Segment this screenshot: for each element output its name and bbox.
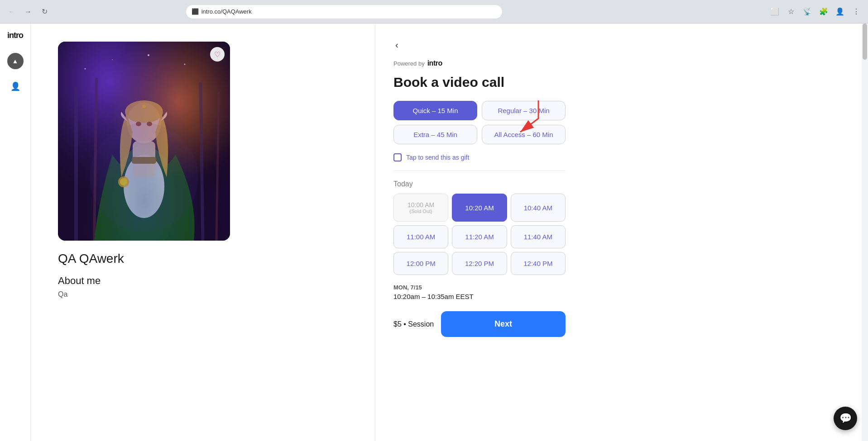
svg-line-4	[94, 78, 96, 241]
svg-point-16	[125, 100, 163, 123]
favicon-icon: ⬛	[192, 8, 199, 15]
selected-date: MON, 7/15	[393, 284, 850, 291]
duration-regular-30[interactable]: Regular – 30 Min	[482, 101, 566, 120]
gift-row: Tap to send this as gift	[393, 153, 850, 161]
svg-line-5	[201, 82, 203, 241]
sidebar-avatar[interactable]: ▲	[7, 53, 24, 69]
divider	[393, 171, 566, 171]
favorite-button[interactable]: ♡	[210, 47, 225, 62]
duration-extra-45[interactable]: Extra – 45 Min	[393, 125, 477, 144]
svg-point-13	[124, 155, 164, 218]
url-text: intro.co/QAQAwerk	[201, 8, 252, 15]
powered-by: Powered by intro	[393, 59, 850, 67]
time-slot-1220[interactable]: 12:20 PM	[452, 252, 507, 275]
bottom-bar: $5 • Session Next	[393, 311, 566, 337]
gift-label: Tap to send this as gift	[406, 154, 469, 161]
selected-time-info: MON, 7/15 10:20am – 10:35am EEST	[393, 284, 850, 300]
book-title: Book a video call	[393, 75, 850, 90]
scroll-thumb[interactable]	[863, 24, 867, 60]
profile-section: ♡ QA QAwerk About me Qa	[31, 24, 375, 441]
time-slot-1100[interactable]: 11:00 AM	[393, 225, 448, 248]
time-slot-1120[interactable]: 11:20 AM	[452, 225, 507, 248]
menu-icon[interactable]: ⋮	[850, 5, 863, 18]
profile-image-wrapper: ♡	[58, 42, 230, 241]
chat-widget-button[interactable]: 💬	[834, 407, 857, 430]
svg-point-7	[85, 68, 86, 70]
svg-point-12	[112, 146, 176, 241]
svg-point-18	[147, 122, 152, 126]
powered-by-logo: intro	[427, 59, 442, 67]
svg-rect-14	[133, 141, 155, 177]
time-slot-1040[interactable]: 10:40 AM	[511, 194, 566, 222]
profile-image	[58, 42, 230, 241]
time-slot-1020[interactable]: 10:20 AM	[452, 194, 507, 222]
svg-rect-2	[58, 42, 230, 241]
reload-button[interactable]: ↻	[38, 5, 51, 18]
profile-name: QA QAwerk	[58, 251, 124, 266]
cast-icon[interactable]: 📡	[801, 5, 814, 18]
sidebar: intro ▲ 👤	[0, 24, 31, 441]
selected-time-range: 10:20am – 10:35am EEST	[393, 293, 850, 300]
svg-point-22	[120, 178, 127, 185]
booking-panel: ‹ Powered by intro Book a video call Qui…	[375, 24, 868, 441]
svg-point-9	[148, 54, 149, 56]
svg-point-8	[112, 59, 113, 60]
powered-by-text: Powered by	[393, 60, 425, 67]
scroll-track	[862, 24, 868, 441]
gift-checkbox[interactable]	[393, 153, 402, 161]
svg-point-17	[136, 122, 141, 126]
content-area: ♡ QA QAwerk About me Qa ‹ Powered by int…	[31, 24, 868, 441]
browser-chrome: ← → ↻ ⬛ intro.co/QAQAwerk ⬜ ☆ 📡 🧩 👤 ⋮	[0, 0, 868, 24]
duration-grid: Quick – 15 Min Regular – 30 Min Extra – …	[393, 101, 566, 144]
svg-point-15	[127, 103, 161, 143]
svg-rect-0	[58, 42, 230, 241]
next-button[interactable]: Next	[441, 311, 566, 337]
profile-image-svg	[58, 42, 230, 241]
time-slot-1140[interactable]: 11:40 AM	[511, 225, 566, 248]
duration-quick-15[interactable]: Quick – 15 Min	[393, 101, 477, 120]
time-slot-1200[interactable]: 12:00 PM	[393, 252, 448, 275]
address-bar[interactable]: ⬛ intro.co/QAQAwerk	[186, 5, 503, 19]
forward-nav-button[interactable]: →	[22, 5, 34, 18]
time-slot-1240[interactable]: 12:40 PM	[511, 252, 566, 275]
svg-point-23	[90, 123, 198, 232]
browser-right-icons: ⬜ ☆ 📡 🧩 👤 ⋮	[768, 5, 863, 18]
today-label: Today	[393, 180, 850, 188]
app-container: intro ▲ 👤	[0, 24, 868, 441]
sidebar-profile-icon[interactable]: 👤	[7, 78, 24, 95]
account-icon[interactable]: 👤	[834, 5, 846, 18]
duration-all-access-60[interactable]: All Access – 60 Min	[482, 125, 566, 144]
back-button[interactable]: ‹	[393, 38, 850, 52]
time-grid: 10:00 AM (Sold Out) 10:20 AM 10:40 AM 11…	[393, 194, 566, 275]
time-slot-1000[interactable]: 10:00 AM (Sold Out)	[393, 194, 448, 222]
sidebar-logo: intro	[7, 31, 23, 40]
about-text: Qa	[58, 290, 67, 299]
back-nav-button[interactable]: ←	[5, 5, 18, 18]
bookmark-icon[interactable]: ☆	[785, 5, 797, 18]
about-label: About me	[58, 275, 101, 287]
svg-line-6	[216, 91, 219, 241]
svg-point-10	[184, 64, 186, 65]
svg-rect-1	[58, 42, 230, 241]
extensions-icon[interactable]: 🧩	[817, 5, 830, 18]
svg-rect-20	[132, 157, 156, 164]
price-label: $5 • Session	[393, 320, 434, 328]
svg-point-21	[118, 176, 129, 187]
translate-icon[interactable]: ⬜	[768, 5, 781, 18]
svg-point-19	[142, 104, 146, 108]
